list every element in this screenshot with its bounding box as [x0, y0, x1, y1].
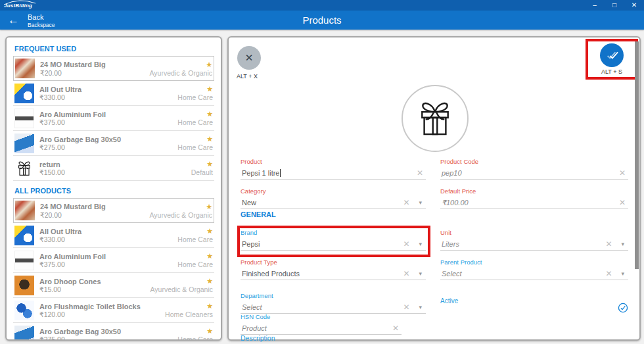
product-price: ₹120.00 [39, 310, 65, 318]
product-code-input[interactable]: pep10 ✕ [440, 167, 628, 180]
parent-product-select[interactable]: Select ✕▾ [440, 268, 628, 280]
product-name: All Out Ultra [39, 228, 206, 235]
favorite-star-icon[interactable]: ★ [206, 203, 212, 211]
product-type-select[interactable]: Finished Products ✕▾ [241, 268, 426, 280]
list-item[interactable]: Aro Garbage Bag 30x50★ ₹275.00Home Care [13, 323, 214, 341]
product-price: ₹275.00 [39, 143, 65, 151]
chevron-down-icon[interactable]: ▾ [412, 241, 426, 247]
text-cursor [280, 169, 281, 177]
chevron-down-icon[interactable]: ▾ [412, 304, 426, 310]
product-category: Home Care [177, 93, 213, 101]
app-logo: JustBilling [4, 3, 32, 9]
product-price: ₹330.00 [39, 235, 65, 243]
list-item[interactable]: All Out Ultra★ ₹330.00Home Care [13, 81, 214, 106]
list-item[interactable]: return★ ₹150.00Default [13, 156, 214, 181]
product-input[interactable]: Pepsi 1 litre ✕ [241, 167, 426, 180]
product-category: Ayurvedic & Organic [150, 285, 213, 293]
product-image-placeholder[interactable] [402, 85, 469, 152]
category-select[interactable]: New ✕▾ [241, 197, 426, 209]
brand-select[interactable]: Pepsi ✕▾ [241, 238, 426, 251]
favorite-star-icon[interactable]: ★ [206, 252, 213, 260]
product-thumbnail [14, 251, 34, 270]
favorite-star-icon[interactable]: ★ [206, 110, 213, 118]
field-product-type: Product Type Finished Products ✕▾ [241, 258, 426, 280]
product-name: Aro Aluminium Foil [39, 253, 206, 260]
scrollbar[interactable] [635, 41, 639, 269]
product-price: ₹20.00 [40, 69, 62, 77]
field-label: Category [241, 187, 426, 195]
favorite-star-icon[interactable]: ★ [206, 327, 213, 335]
favorite-star-icon[interactable]: ★ [206, 227, 213, 235]
clear-icon[interactable]: ✕ [390, 324, 402, 333]
product-thumbnail [14, 226, 34, 245]
field-label: Product Type [241, 258, 426, 266]
save-button[interactable] [600, 43, 624, 67]
titlebar: JustBilling – □ ✕ [0, 0, 644, 11]
clear-icon[interactable]: ✕ [616, 168, 628, 178]
close-icon[interactable]: ✕ [624, 0, 644, 11]
field-label: Brand [241, 229, 426, 236]
list-item[interactable]: All Out Ultra★ ₹330.00Home Care [13, 223, 214, 248]
favorite-star-icon[interactable]: ★ [206, 277, 213, 285]
chevron-down-icon[interactable]: ▾ [614, 270, 628, 277]
field-value: Product [241, 324, 267, 332]
list-item[interactable]: 24 MO Mustard Big★ ₹20.00Ayurvedic & Org… [13, 198, 214, 223]
section-header-general: GENERAL [241, 210, 276, 218]
product-list-panel: FREQUENT USED 24 MO Mustard Big★ ₹20.00A… [5, 36, 222, 341]
field-label: Parent Product [440, 258, 628, 266]
clear-icon[interactable]: ✕ [603, 269, 614, 278]
maximize-icon[interactable]: □ [605, 0, 624, 11]
field-label: Department [241, 292, 426, 299]
list-item[interactable]: Aro Aluminium Foil★ ₹375.00Home Care [13, 106, 214, 131]
clear-icon[interactable]: ✕ [400, 269, 412, 278]
close-form-button[interactable]: ✕ [237, 46, 261, 70]
chevron-down-icon[interactable]: ▾ [614, 241, 628, 247]
clear-icon[interactable]: ✕ [603, 239, 614, 249]
field-value: Select [241, 303, 262, 311]
active-toggle[interactable] [618, 303, 628, 316]
product-thumbnail [14, 301, 34, 320]
favorite-star-icon[interactable]: ★ [206, 160, 213, 168]
list-item[interactable]: Aro Garbage Bag 30x50★ ₹275.00Home Care [13, 131, 214, 156]
unit-select[interactable]: Liters ✕▾ [440, 238, 628, 251]
field-label: Active [440, 297, 458, 305]
page-header: ← Back Backspace Products [0, 11, 644, 30]
list-item[interactable]: Aro Aluminium Foil★ ₹375.00Home Care [13, 248, 214, 273]
hsn-code-input[interactable]: Product ✕ [241, 322, 402, 335]
list-item[interactable]: Aro Flushmagic Toilet Blocks★ ₹120.00Hom… [13, 298, 214, 323]
close-shortcut-label: ALT + X [237, 73, 258, 80]
favorite-star-icon[interactable]: ★ [206, 61, 212, 69]
field-value: Select [440, 270, 462, 278]
department-select[interactable]: Select ✕▾ [241, 301, 426, 314]
default-price-input[interactable]: ₹100.00 ✕ [440, 197, 628, 209]
clear-icon[interactable]: ✕ [400, 198, 412, 207]
clear-icon[interactable]: ✕ [616, 198, 628, 207]
minimize-icon[interactable]: – [585, 0, 605, 11]
clear-icon[interactable]: ✕ [400, 303, 412, 312]
clear-icon[interactable]: ✕ [400, 239, 412, 249]
list-item[interactable]: 24 MO Mustard Big★ ₹20.00Ayurvedic & Org… [13, 56, 214, 81]
field-label: HSN Code [241, 313, 402, 320]
app-window: JustBilling – □ ✕ ← Back Backspace Produ… [0, 0, 644, 344]
list-item[interactable]: Aro Dhoop Cones★ ₹15.00Ayurvedic & Organ… [13, 273, 214, 298]
field-value: New [241, 199, 256, 207]
favorite-star-icon[interactable]: ★ [206, 302, 213, 310]
favorite-star-icon[interactable]: ★ [206, 135, 213, 143]
field-hsn-code: HSN Code Product ✕ [241, 313, 402, 335]
favorite-star-icon[interactable]: ★ [206, 85, 213, 93]
product-price: ₹150.00 [39, 168, 65, 176]
field-department: Department Select ✕▾ [241, 292, 426, 314]
product-form-panel: ✕ ALT + X ALT + S Product [227, 36, 641, 341]
product-name: All Out Ultra [39, 86, 206, 93]
product-price: ₹275.00 [39, 335, 65, 341]
field-value: Pepsi [241, 240, 260, 248]
product-price: ₹375.00 [39, 260, 65, 268]
product-name: Aro Garbage Bag 30x50 [39, 328, 206, 335]
clear-icon[interactable]: ✕ [414, 168, 426, 178]
chevron-down-icon[interactable]: ▾ [412, 270, 426, 277]
product-name: 24 MO Mustard Big [40, 61, 206, 68]
chevron-down-icon[interactable]: ▾ [412, 199, 426, 206]
field-default-price: Default Price ₹100.00 ✕ [440, 187, 628, 209]
product-name: Aro Aluminium Foil [39, 111, 206, 118]
field-value: pep10 [440, 169, 462, 177]
